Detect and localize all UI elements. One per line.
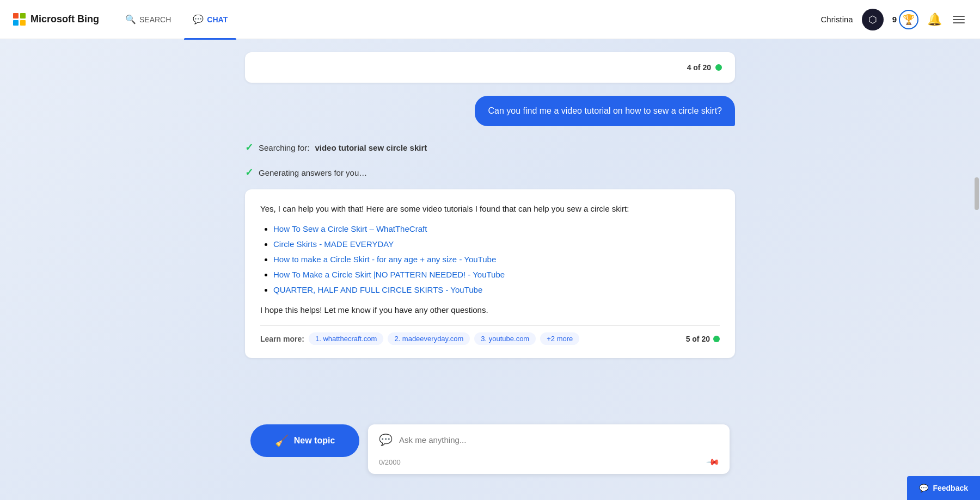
more-chip[interactable]: +2 more (540, 332, 579, 345)
check-icon-search: ✓ (245, 141, 253, 153)
learn-more-footer: Learn more: 1. whatthecraft.com 2. madee… (260, 325, 720, 345)
searching-prefix: Searching for: (259, 143, 309, 152)
link-4[interactable]: How To Make a Circle Skirt |NO PATTERN N… (273, 270, 505, 279)
logo-blue (13, 20, 19, 26)
menu-line-3 (953, 22, 965, 23)
header-right: Christina ⬡ 9 🏆 🔔 (820, 9, 967, 30)
menu-line-2 (953, 19, 965, 20)
scrollbar[interactable] (973, 39, 980, 500)
source-chip-2[interactable]: 2. madeeveryday.com (388, 332, 470, 345)
list-item: QUARTER, HALF AND FULL CIRCLE SKIRTS - Y… (273, 285, 720, 295)
list-item: How to make a Circle Skirt - for any age… (273, 255, 720, 264)
app-name: Microsoft Bing (30, 14, 99, 25)
link-1[interactable]: How To Sew a Circle Skirt – WhatTheCraft (273, 224, 427, 233)
input-chat-icon: 💬 (379, 433, 393, 446)
microsoft-logo (13, 13, 26, 26)
ai-intro: Yes, I can help you with that! Here are … (260, 202, 720, 215)
user-bubble: Can you find me a video tutorial on how … (475, 96, 735, 126)
menu-line-1 (953, 16, 965, 17)
chat-tab-label: CHAT (207, 15, 228, 24)
points-badge: 9 🏆 (892, 10, 918, 29)
turn-value: 5 of 20 (686, 335, 710, 343)
broom-icon: 🧹 (275, 434, 289, 447)
searching-term: video tutorial sew circle skirt (315, 143, 427, 152)
source-chip-1[interactable]: 1. whatthecraft.com (309, 332, 383, 345)
bottom-bar: 🧹 New topic 💬 0/2000 📌 (0, 416, 980, 500)
ai-response-card: Yes, I can help you with that! Here are … (245, 189, 735, 358)
input-row: 💬 (368, 424, 730, 455)
scroll-thumb (975, 177, 979, 210)
list-item: How To Sew a Circle Skirt – WhatTheCraft (273, 224, 720, 234)
logo-area: Microsoft Bing (13, 13, 99, 26)
char-counter: 0/2000 (379, 458, 401, 466)
avatar[interactable]: ⬡ (862, 9, 884, 30)
logo-yellow (20, 20, 26, 26)
learn-more-label: Learn more: (260, 335, 304, 343)
points-value: 9 (892, 15, 897, 24)
feedback-button[interactable]: 💬 Feedback (907, 476, 980, 500)
link-5[interactable]: QUARTER, HALF AND FULL CIRCLE SKIRTS - Y… (273, 285, 482, 294)
bell-icon[interactable]: 🔔 (927, 13, 942, 27)
chat-input[interactable] (399, 435, 719, 445)
feedback-label: Feedback (933, 484, 968, 492)
green-dot-2 (713, 336, 720, 342)
nav-tabs: 🔍 SEARCH 💬 CHAT (117, 10, 236, 29)
check-icon-generating: ✓ (245, 166, 253, 178)
generating-text: Generating answers for you… (259, 168, 367, 177)
ai-outro: I hope this helps! Let me know if you ha… (260, 304, 720, 317)
logo-red (13, 13, 19, 18)
list-item: How To Make a Circle Skirt |NO PATTERN N… (273, 270, 720, 280)
search-tab[interactable]: 🔍 SEARCH (117, 10, 180, 29)
trophy-icon[interactable]: 🏆 (899, 10, 918, 29)
input-counter-row: 0/2000 📌 (368, 455, 730, 474)
pin-icon[interactable]: 📌 (706, 455, 721, 470)
green-dot (715, 64, 722, 71)
ai-links-list: How To Sew a Circle Skirt – WhatTheCraft… (260, 224, 720, 295)
prev-message-card: 4 of 20 (245, 52, 735, 83)
app-header: Microsoft Bing 🔍 SEARCH 💬 CHAT Christina… (0, 0, 980, 39)
logo-green (20, 13, 26, 18)
hamburger-menu[interactable] (951, 14, 967, 26)
status-generating: ✓ Generating answers for you… (245, 164, 735, 181)
user-name: Christina (820, 15, 853, 24)
new-topic-button[interactable]: 🧹 New topic (250, 424, 359, 457)
prev-turn-counter: 4 of 20 (687, 63, 722, 72)
chat-icon: 💬 (193, 14, 204, 24)
new-topic-label: New topic (294, 436, 335, 446)
search-tab-label: SEARCH (139, 15, 171, 24)
chat-tab[interactable]: 💬 CHAT (184, 10, 236, 29)
chat-container: 4 of 20 Can you find me a video tutorial… (245, 52, 735, 456)
turn-counter: 5 of 20 (686, 335, 720, 343)
list-item: Circle Skirts - MADE EVERYDAY (273, 239, 720, 249)
link-3[interactable]: How to make a Circle Skirt - for any age… (273, 255, 496, 264)
search-icon: 🔍 (125, 14, 136, 24)
source-chip-3[interactable]: 3. youtube.com (474, 332, 536, 345)
feedback-icon: 💬 (919, 484, 928, 492)
input-area: 💬 0/2000 📌 (368, 424, 730, 474)
link-2[interactable]: Circle Skirts - MADE EVERYDAY (273, 239, 394, 249)
user-message: Can you find me a video tutorial on how … (245, 91, 735, 131)
status-searching: ✓ Searching for: video tutorial sew circ… (245, 139, 735, 156)
